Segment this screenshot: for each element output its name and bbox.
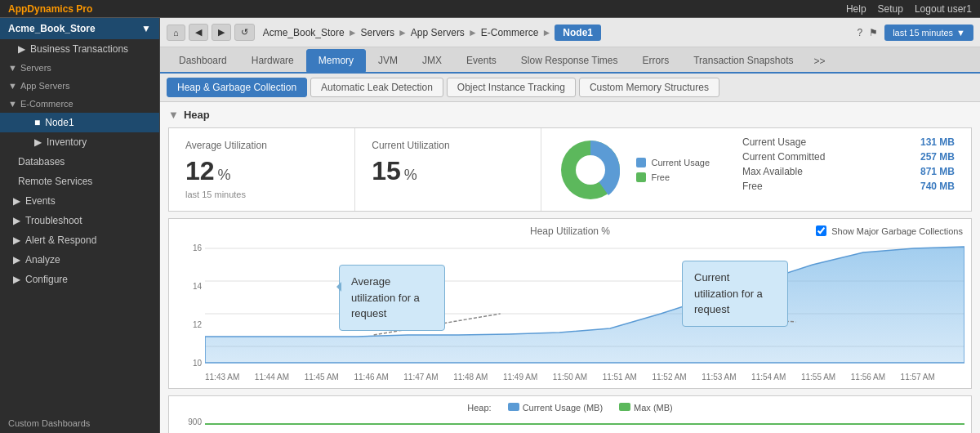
home-button[interactable]: ⌂	[167, 25, 185, 41]
heap-section: ▼ Heap Average Utilization 12 % last 15 …	[160, 102, 980, 433]
cur-utilization-box: Current Utilization 15 %	[355, 128, 541, 211]
bottom-chart-container: Heap: Current Usage (MB) Max (MB) 900 70…	[168, 395, 972, 433]
sidebar-app-dropdown-icon: ▼	[141, 23, 151, 34]
sidebar-item-inventory[interactable]: ▶ Inventory	[0, 132, 159, 152]
sub-tab-bar: Heap & Garbage Collection Automatic Leak…	[160, 74, 980, 102]
breadcrumb-ecommerce[interactable]: E-Commerce	[481, 27, 539, 38]
sidebar-group-app-servers[interactable]: ▼ App Servers	[0, 77, 159, 95]
tab-memory[interactable]: Memory	[306, 49, 366, 72]
sidebar-item-alert-respond[interactable]: ▶ Alert & Respond	[0, 230, 159, 250]
collapse-icon2: ▼	[8, 81, 17, 91]
sidebar-item-analyze[interactable]: ▶ Analyze	[0, 250, 159, 270]
max-available-value: 871 MB	[920, 166, 955, 177]
breadcrumb-app[interactable]: Acme_Book_Store	[263, 27, 345, 38]
sidebar-item-databases[interactable]: Databases	[0, 152, 159, 172]
sidebar-item-node1[interactable]: ■ Node1	[0, 113, 159, 132]
tab-errors[interactable]: Errors	[630, 49, 682, 72]
main-layout: Acme_Book_Store ▼ ▶ Business Transaction…	[0, 18, 980, 433]
help-link[interactable]: Help	[846, 3, 866, 15]
sidebar-app-name: Acme_Book_Store	[8, 23, 96, 34]
sub-tab-custom-memory[interactable]: Custom Memory Structures	[579, 78, 719, 97]
cur-utilization-value: 15	[372, 156, 401, 186]
sidebar-custom-dashboards[interactable]: Custom Dashboards	[0, 413, 159, 433]
tab-transaction-snapshots[interactable]: Transaction Snapshots	[681, 49, 805, 72]
sidebar-group-ecommerce[interactable]: ▼ E-Commerce	[0, 95, 159, 113]
setup-link[interactable]: Setup	[878, 3, 903, 15]
free-row: Free 740 MB	[742, 181, 955, 192]
expand-icon3: ▶	[13, 195, 20, 207]
time-filter-button[interactable]: last 15 minutes ▼	[884, 25, 973, 41]
cur-utilization-unit: %	[404, 167, 417, 184]
pie-chart-area: Current Usage Free	[541, 128, 726, 211]
breadcrumb-sep3: ►	[468, 27, 478, 38]
heap-collapse-icon[interactable]: ▼	[168, 109, 179, 121]
sidebar-item-events[interactable]: ▶ Events	[0, 191, 159, 211]
current-usage-value: 131 MB	[920, 136, 955, 148]
tab-hardware[interactable]: Hardware	[239, 49, 306, 72]
breadcrumb-node[interactable]: Node1	[555, 25, 601, 41]
bottom-chart-legend: Heap: Current Usage (MB) Max (MB)	[176, 403, 964, 413]
sidebar-item-remote-services[interactable]: Remote Services	[0, 172, 159, 191]
nav-bar: ⌂ ◀ ▶ ↺ Acme_Book_Store ► Servers ► App …	[160, 18, 980, 47]
legend-current-usage: Current Usage	[636, 158, 710, 167]
heap-section-title: Heap	[184, 109, 210, 121]
cur-utilization-label: Current Utilization	[372, 140, 524, 151]
tab-more[interactable]: >>	[805, 51, 833, 72]
breadcrumb-app-servers[interactable]: App Servers	[411, 27, 465, 38]
sidebar-item-configure[interactable]: ▶ Configure	[0, 270, 159, 289]
sub-tab-object-tracking[interactable]: Object Instance Tracking	[447, 78, 576, 97]
current-usage-label: Current Usage	[742, 136, 806, 148]
legend-free-label: Free	[651, 172, 670, 182]
sidebar-item-troubleshoot[interactable]: ▶ Troubleshoot	[0, 211, 159, 230]
nav-right: ? ⚑ last 15 minutes ▼	[857, 25, 973, 41]
max-available-label: Max Available	[742, 166, 803, 177]
app-logo: AppDynamics Pro	[8, 3, 92, 15]
breadcrumb-servers[interactable]: Servers	[361, 27, 394, 38]
tab-bar: Dashboard Hardware Memory JVM JMX Events…	[160, 47, 980, 74]
x-axis-labels: 11:43 AM 11:44 AM 11:45 AM 11:46 AM 11:4…	[176, 371, 964, 382]
time-filter-label: last 15 minutes	[893, 28, 953, 38]
show-gc-checkbox[interactable]	[816, 225, 826, 236]
free-label: Free	[742, 181, 763, 192]
sidebar-group-servers[interactable]: ▼ Servers	[0, 59, 159, 77]
sidebar-bt-label: Business Transactions	[30, 43, 128, 55]
sidebar-analyze-label: Analyze	[25, 254, 60, 266]
legend-max-mb: Max (MB)	[634, 403, 673, 413]
tab-events[interactable]: Events	[454, 49, 509, 72]
current-committed-row: Current Committed 257 MB	[742, 151, 955, 163]
callout-avg-text: Averageutilization for arequest	[351, 275, 420, 319]
chart-svg	[205, 240, 964, 371]
callout-cur-text: Currentutilization for arequest	[694, 271, 763, 315]
breadcrumb-sep2: ►	[398, 27, 408, 38]
legend-free-dot	[636, 172, 646, 182]
back-button[interactable]: ◀	[189, 24, 208, 41]
tab-slow-response[interactable]: Slow Response Times	[509, 49, 630, 72]
sidebar-events-label: Events	[25, 195, 56, 207]
forward-button[interactable]: ▶	[212, 24, 231, 41]
right-stats-box: Current Usage 131 MB Current Committed 2…	[726, 128, 971, 211]
max-available-row: Max Available 871 MB	[742, 166, 955, 177]
current-usage-row: Current Usage 131 MB	[742, 136, 955, 148]
sidebar-troubleshoot-label: Troubleshoot	[25, 215, 82, 226]
free-value: 740 MB	[920, 181, 955, 192]
bottom-y-labels: 900 700 500 300	[176, 417, 205, 433]
logout-link[interactable]: Logout user1	[915, 3, 972, 15]
avg-utilization-value: 12	[185, 156, 215, 186]
bookmark-icon[interactable]: ⚑	[869, 27, 878, 38]
time-filter-icon: ▼	[956, 28, 965, 38]
expand-icon7: ▶	[13, 274, 20, 285]
sidebar-item-business-transactions[interactable]: ▶ Business Transactions	[0, 39, 159, 59]
pie-legend: Current Usage Free	[636, 158, 710, 182]
sidebar-app-header[interactable]: Acme_Book_Store ▼	[0, 18, 159, 39]
refresh-button[interactable]: ↺	[234, 24, 255, 41]
legend-usage-dot	[636, 158, 646, 167]
sub-tab-heap-gc[interactable]: Heap & Garbage Collection	[167, 78, 307, 97]
tab-jvm[interactable]: JVM	[366, 49, 410, 72]
sub-tab-leak-detection[interactable]: Automatic Leak Detection	[310, 78, 443, 97]
tab-jmx[interactable]: JMX	[410, 49, 454, 72]
tab-dashboard[interactable]: Dashboard	[167, 49, 239, 72]
legend-usage-mb: Current Usage (MB)	[523, 403, 603, 413]
help-icon[interactable]: ?	[857, 27, 862, 38]
utilization-chart-container: Heap Utilization % Show Major Garbage Co…	[168, 218, 972, 389]
collapse-icon: ▼	[8, 63, 17, 73]
